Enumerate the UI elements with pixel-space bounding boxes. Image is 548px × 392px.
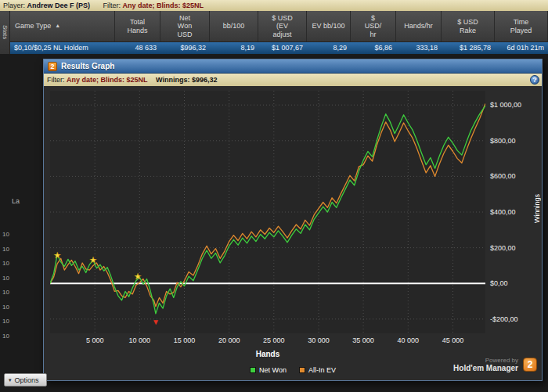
- chevron-down-icon: ▾: [9, 377, 12, 383]
- cell-ev-bb100: 8,29: [307, 42, 351, 54]
- column-header-net-won-usd[interactable]: Net Won USD: [160, 11, 210, 41]
- results-graph-plot: ★★★▼: [50, 91, 485, 333]
- winnings-value: $996,32: [192, 76, 218, 84]
- y-axis-tick: $800,00: [490, 137, 516, 145]
- cell-game-type: $0,10/$0,25 NL Holdem: [10, 42, 115, 54]
- background-window-fragment: La: [12, 197, 20, 205]
- background-axis-tick: 10: [2, 246, 9, 261]
- column-header-time-played[interactable]: Time Played: [495, 11, 548, 41]
- graph-filter-label: Filter:: [47, 76, 65, 84]
- column-header-hands-hr[interactable]: Hands/hr: [396, 11, 442, 41]
- results-graph-window: 2 Results Graph Filter: Any date; Blinds…: [43, 59, 543, 381]
- stats-table-header: Game Type ▲ Total Hands Net Won USD bb/1…: [10, 11, 548, 42]
- svg-text:★: ★: [134, 272, 142, 281]
- filter-label: Filter:: [103, 2, 121, 9]
- column-header-label: Game Type: [15, 22, 51, 30]
- x-axis-tick: 20 000: [218, 336, 240, 344]
- help-icon[interactable]: ?: [530, 75, 539, 85]
- column-header-ev-bb100[interactable]: EV bb/100: [307, 11, 351, 41]
- x-axis-tick: 35 000: [352, 336, 374, 344]
- player-label: Player:: [3, 2, 25, 9]
- cell-total-hands: 48 633: [115, 42, 160, 54]
- chart-area: ★★★▼: [50, 91, 485, 333]
- sort-ascending-icon: ▲: [55, 23, 60, 29]
- column-header-game-type[interactable]: Game Type ▲: [10, 11, 115, 41]
- legend-swatch-net-won: [250, 367, 256, 373]
- y-axis-label: Winnings: [533, 146, 541, 271]
- graph-filter-bar: Filter: Any date; Blinds: $25NL Winnings…: [44, 74, 542, 86]
- background-axis-ticks: 1010101010101010: [2, 231, 9, 347]
- background-axis-tick: 10: [2, 318, 9, 333]
- y-axis-tick: $200,00: [490, 244, 516, 252]
- top-player-filter-bar: Player: Andrew Dee F (PS) Filter: Any da…: [0, 0, 548, 11]
- column-header-usd-ev-adjust[interactable]: $ USD (EV adjust: [258, 11, 307, 41]
- background-axis-tick: 10: [2, 333, 9, 347]
- legend-item-allin-ev: All-In EV: [299, 366, 336, 374]
- window-titlebar[interactable]: 2 Results Graph: [44, 59, 542, 74]
- stats-tab-label: Stats: [2, 25, 9, 39]
- background-axis-tick: 10: [2, 304, 9, 318]
- x-axis-tick: 25 000: [263, 336, 285, 344]
- column-header-usd-rake[interactable]: $ USD Rake: [442, 11, 495, 41]
- cell-usd-hr: $6,86: [351, 42, 396, 54]
- y-axis-tick: -$200,00: [490, 315, 518, 323]
- cell-usd-ev-adjust: $1 007,67: [258, 42, 307, 54]
- cell-bb100: 8,19: [210, 42, 258, 54]
- hm2-window-icon: 2: [48, 62, 57, 71]
- svg-text:★: ★: [89, 255, 97, 264]
- stats-tab[interactable]: Stats: [0, 11, 10, 54]
- x-axis-tick: 15 000: [174, 336, 196, 344]
- x-axis-tick: 30 000: [308, 336, 330, 344]
- cell-hands-hr: 333,18: [396, 42, 442, 54]
- powered-by-label: Powered by: [453, 357, 518, 364]
- legend-label-allin-ev: All-In EV: [308, 366, 336, 374]
- y-axis-tick: $600,00: [490, 172, 516, 180]
- svg-text:★: ★: [53, 250, 61, 260]
- background-axis-tick: 10: [2, 275, 9, 290]
- x-axis-ticks: 5 00010 00015 00020 00025 00030 00035 00…: [50, 336, 485, 345]
- legend-item-net-won: Net Won: [250, 366, 287, 374]
- column-header-bb100[interactable]: bb/100: [210, 11, 258, 41]
- y-axis-tick: $400,00: [490, 208, 516, 216]
- y-axis-tick: $0,00: [490, 279, 508, 287]
- options-button-label: Options: [15, 376, 39, 384]
- filter-value[interactable]: Any date; Blinds: $25NL: [123, 2, 204, 9]
- cell-net-won-usd: $996,32: [160, 42, 210, 54]
- graph-filter-value: Any date; Blinds: $25NL: [67, 76, 148, 84]
- background-axis-tick: 10: [2, 260, 9, 275]
- table-row[interactable]: $0,10/$0,25 NL Holdem 48 633 $996,32 8,1…: [10, 42, 548, 54]
- background-axis-tick: 10: [2, 289, 9, 304]
- column-header-usd-hr[interactable]: $ USD/ hr: [351, 11, 396, 41]
- x-axis-tick: 40 000: [398, 336, 420, 344]
- legend-label-net-won: Net Won: [259, 366, 287, 374]
- svg-text:▼: ▼: [152, 318, 160, 326]
- hm2-logo: 2: [523, 358, 537, 372]
- x-axis-tick: 45 000: [442, 336, 464, 344]
- options-button[interactable]: ▾ Options: [4, 373, 47, 387]
- window-title: Results Graph: [61, 62, 114, 70]
- column-header-total-hands[interactable]: Total Hands: [115, 11, 160, 41]
- player-value: Andrew Dee F (PS): [27, 2, 91, 9]
- winnings-label: Winnings:: [156, 76, 189, 84]
- x-axis-label: Hands: [50, 350, 485, 358]
- powered-by-block: Powered by Hold'em Manager 2: [453, 357, 537, 373]
- cell-time-played: 6d 01h 21m: [495, 42, 548, 54]
- cell-usd-rake: $1 285,78: [442, 42, 495, 54]
- background-axis-tick: 10: [2, 231, 9, 246]
- x-axis-tick: 10 000: [129, 336, 151, 344]
- brand-label: Hold'em Manager: [453, 364, 518, 373]
- y-axis-ticks: $1 000,00$800,00$600,00$400,00$200,00$0,…: [490, 91, 534, 333]
- y-axis-tick: $1 000,00: [490, 101, 521, 109]
- x-axis-tick: 5 000: [86, 336, 104, 344]
- legend-swatch-allin-ev: [299, 367, 305, 373]
